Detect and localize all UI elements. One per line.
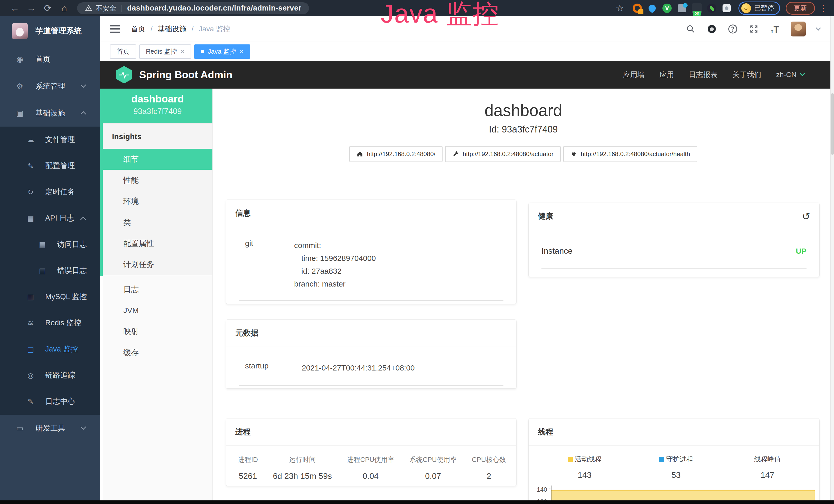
history-icon[interactable]: ↺ — [802, 212, 810, 220]
tab-java-monitor[interactable]: Java 监控 × — [194, 44, 250, 59]
bookmark-star-icon[interactable]: ☆ — [612, 0, 628, 16]
sba-menu-scheduled-tasks[interactable]: 计划任务 — [103, 254, 213, 275]
browser-back-icon[interactable]: ← — [7, 0, 23, 16]
sidebar-item-api-logs[interactable]: ▤ API 日志 — [0, 205, 100, 231]
threads-legend: 活动线程 守护进程 线程峰值 — [529, 446, 819, 464]
chevron-down-icon — [800, 71, 805, 76]
browser-forward-icon[interactable]: → — [23, 0, 40, 16]
sba-menu-mappings[interactable]: 映射 — [103, 321, 213, 342]
tab-home[interactable]: 首页 — [110, 44, 136, 59]
health-instance-row[interactable]: Instance UP — [542, 230, 807, 269]
leaf-extension-icon[interactable] — [706, 3, 717, 14]
sba-menu-environment[interactable]: 环境 — [103, 191, 213, 212]
legend-daemon-threads: 守护进程 — [630, 455, 722, 464]
close-icon[interactable]: × — [180, 47, 184, 55]
breadcrumb-home[interactable]: 首页 — [131, 24, 146, 34]
sidebar-item-mysql-monitor[interactable]: ▦ MySQL 监控 — [0, 284, 100, 310]
active-tab-dot — [201, 50, 204, 53]
pin-extension-icon[interactable] — [646, 3, 658, 14]
chevron-up-icon — [81, 111, 86, 117]
instance-links: http://192.168.0.2:48080/ http://192.168… — [213, 146, 834, 162]
sidebar-item-system[interactable]: ⚙ 系统管理 — [0, 73, 100, 100]
search-icon[interactable] — [685, 24, 696, 34]
sidebar-item-scheduled-jobs[interactable]: ↻ 定时任务 — [0, 179, 100, 205]
health-card-header: 健康 ↺ — [529, 203, 819, 230]
app-logo-row: 芋道管理系统 — [0, 16, 100, 46]
dashboard-icon: ◉ — [16, 55, 24, 64]
breadcrumb-separator: / — [151, 25, 153, 33]
threads-card: 线程 活动线程 守护进程 线程峰值 143 53 147 140 120 100 — [529, 418, 819, 500]
list-extension-icon[interactable]: on — [691, 3, 702, 14]
grid-extension-icon[interactable] — [676, 3, 687, 14]
sidebar-item-file-manage[interactable]: ☁ 文件管理 — [0, 127, 100, 153]
daemon-threads-value: 53 — [630, 471, 722, 480]
sba-nav-applications[interactable]: 应用 — [660, 70, 674, 79]
sidebar-item-error-logs[interactable]: ▤ 错误日志 — [0, 257, 100, 284]
sidebar-item-config-manage[interactable]: ✎ 配置管理 — [0, 153, 100, 179]
sba-menu-logs[interactable]: 日志 — [103, 279, 213, 300]
home-icon — [356, 151, 363, 157]
github-icon[interactable] — [707, 24, 717, 34]
sidebar-item-java-monitor[interactable]: ▥ Java 监控 — [0, 336, 100, 362]
profile-avatar — [741, 3, 751, 13]
extension-icon[interactable] — [632, 3, 643, 14]
threads-chart-yaxis: 140 120 100 — [532, 485, 551, 500]
address-bar[interactable]: 不安全 dashboard.yudao.iocoder.cn/infra/adm… — [77, 2, 309, 14]
sidebar-item-dev-tools[interactable]: ▭ 研发工具 — [0, 415, 100, 442]
browser-profile-chip[interactable]: 已暂停 — [739, 2, 780, 15]
user-avatar[interactable] — [791, 22, 806, 37]
document-icon: ▤ — [38, 240, 47, 249]
sba-main-content: dashboard Id: 93a3fc7f7409 http://192.16… — [213, 89, 834, 500]
page-scrollbar[interactable] — [830, 16, 834, 500]
sba-menu-jvm[interactable]: JVM — [103, 300, 213, 321]
help-icon[interactable] — [728, 24, 738, 34]
browser-reload-icon[interactable]: ⟳ — [40, 0, 56, 16]
toolbox-icon: ▭ — [16, 423, 24, 433]
sba-nav-journal[interactable]: 日志报表 — [689, 70, 718, 79]
scrollbar-thumb[interactable] — [831, 93, 834, 155]
sba-menu-details[interactable]: 细节 — [103, 148, 213, 170]
url-text[interactable]: dashboard.yudao.iocoder.cn/infra/admin-s… — [127, 4, 301, 12]
sba-menu-caches[interactable]: 缓存 — [103, 342, 213, 363]
sba-nav-about[interactable]: 关于我们 — [732, 70, 761, 79]
browser-update-button[interactable]: 更新 — [786, 2, 815, 15]
breadcrumb: 首页 / 基础设施 / Java 监控 — [131, 24, 231, 34]
puzzle-extension-icon[interactable] — [721, 3, 732, 14]
profile-paused-label: 已暂停 — [754, 4, 774, 13]
threads-chart-area — [551, 489, 815, 500]
service-url-button[interactable]: http://192.168.0.2:48080/ — [349, 146, 443, 162]
sba-language-selector[interactable]: zh-CN — [776, 71, 804, 79]
sidebar-item-redis-monitor[interactable]: ≋ Redis 监控 — [0, 310, 100, 336]
browser-menu-icon[interactable]: ⋮ — [818, 0, 827, 16]
sidebar-item-tracing[interactable]: ◎ 链路追踪 — [0, 362, 100, 388]
sba-nav-wallboard[interactable]: 应用墙 — [623, 70, 645, 79]
sba-sidebar-scrollbar[interactable] — [100, 89, 103, 276]
sidebar-item-access-logs[interactable]: ▤ 访问日志 — [0, 231, 100, 257]
v-extension-icon[interactable] — [661, 3, 673, 14]
screenshot-root: ← → ⟳ ⌂ 不安全 dashboard.yudao.iocoder.cn/i… — [0, 0, 834, 504]
fullscreen-icon[interactable] — [749, 24, 759, 34]
sidebar-item-home[interactable]: ◉ 首页 — [0, 46, 100, 73]
breadcrumb-infra[interactable]: 基础设施 — [158, 24, 186, 34]
tab-redis-monitor[interactable]: Redis 监控 × — [139, 44, 191, 59]
log-icon: ✎ — [26, 397, 35, 406]
health-url-button[interactable]: http://192.168.0.2:48080/actuator/health — [563, 146, 697, 162]
sba-menu-classes[interactable]: 类 — [103, 212, 213, 233]
hamburger-icon[interactable] — [110, 25, 120, 33]
legend-swatch-yellow — [568, 457, 573, 462]
actuator-url-button[interactable]: http://192.168.0.2:48080/actuator — [445, 146, 561, 162]
sba-menu-config-props[interactable]: 配置属性 — [103, 233, 213, 254]
user-menu-caret-icon[interactable] — [816, 25, 821, 30]
process-card-title: 进程 — [235, 427, 251, 437]
annotation-java-monitor: Java 监控 — [381, 0, 499, 31]
sidebar-item-log-center[interactable]: ✎ 日志中心 — [0, 388, 100, 415]
sidebar-item-infra[interactable]: ▣ 基础设施 — [0, 100, 100, 127]
font-size-icon[interactable]: тT — [770, 24, 780, 34]
breadcrumb-separator: / — [192, 25, 194, 33]
sba-root-menu: 日志 JVM 映射 缓存 — [103, 275, 213, 363]
browser-home-icon[interactable]: ⌂ — [56, 0, 72, 16]
close-icon[interactable]: × — [240, 47, 243, 55]
info-card-body: git commit: time: 1596289704000 id: 27aa… — [226, 227, 516, 301]
sba-menu-metrics[interactable]: 性能 — [103, 170, 213, 191]
admin-sidebar: 芋道管理系统 ◉ 首页 ⚙ 系统管理 ▣ 基础设施 ☁ 文件管理 ✎ 配置管理 — [0, 16, 100, 500]
